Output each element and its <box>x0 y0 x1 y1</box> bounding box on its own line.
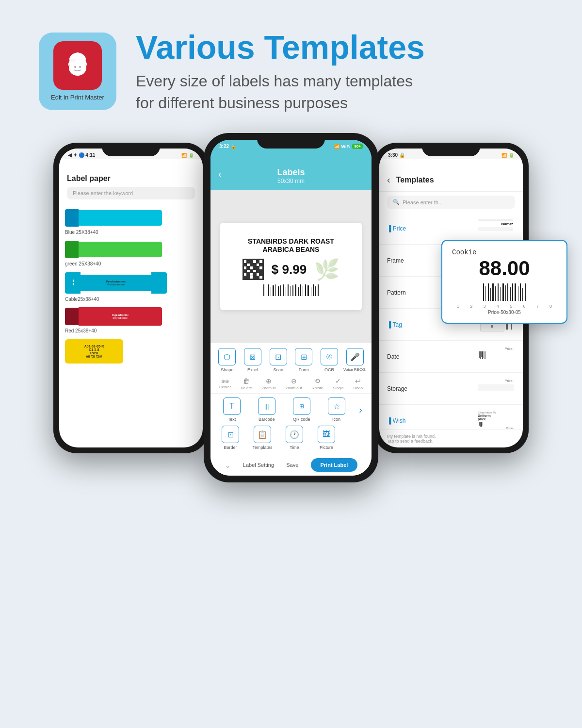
middle-header-sub: 50x30 mm <box>218 178 364 184</box>
label-name-cable: Cable25x38+40 <box>65 297 99 302</box>
category-label-date: Date <box>387 353 399 360</box>
icon-button[interactable]: ☆ Icon <box>324 397 349 422</box>
list-item[interactable]: Storage Price- <box>379 373 523 405</box>
price-tag-popup: Cookie 88.00 <box>441 240 567 324</box>
middle-status-icons: 📶WiFi80+ <box>334 144 363 149</box>
ocr-button[interactable]: Ⓐ OCR <box>317 348 341 372</box>
toolbar-row-3: T Text ||| Barcode ⊞ QR code ☆ <box>210 394 372 424</box>
scan-button[interactable]: ⊡ Scan <box>266 348 291 372</box>
label-name-green: green 25X38+40 <box>65 261 101 266</box>
list-item[interactable]: green 25X38+40 <box>65 241 197 266</box>
category-label-pattern: Pattern <box>387 289 406 296</box>
search-icon: 🔍 <box>393 199 400 205</box>
wish-thumbnail: Examintion Pc Uniformprice Price- <box>476 410 515 430</box>
right-phone: 3:30 🔒 📶🔋 ‹ Templates 🔍 Please enter th.… <box>373 143 529 453</box>
delete-button[interactable]: 🗑Delete <box>241 377 252 390</box>
middle-phone: 3:22 🔒 📶WiFi80+ ‹ Labels 50x30 mm STANBI… <box>204 133 378 482</box>
label-setting-button[interactable]: Label Setting <box>243 462 274 468</box>
app-icon-label: Edit in Print Master <box>51 94 104 102</box>
rotate-button[interactable]: ⟲Rotate <box>312 377 323 390</box>
zoom-in-button[interactable]: ⊕Zoom in <box>262 377 276 390</box>
form-button[interactable]: ⊞ Form <box>291 348 316 372</box>
header-title: Various Templates <box>136 29 543 66</box>
label-name-red: Red 25x38+40 <box>65 328 97 333</box>
label-qr-code <box>242 259 264 280</box>
label-card: STANBIRDS DARK ROASTARABICA BEANS <box>220 223 362 310</box>
bottom-toolbar: ⌄ Label Setting Save Print Label <box>210 454 372 476</box>
left-time: ◀ ✦ 🔵 4:11 <box>68 152 95 158</box>
time-button[interactable]: 🕐 Time <box>282 426 307 450</box>
more-button[interactable]: › <box>359 397 362 422</box>
left-phone-screen: ◀ ✦ 🔵 4:11 📶🔋 Label paper Please enter t… <box>59 149 203 447</box>
cookie-label: Cookie <box>452 248 557 256</box>
middle-phone-screen: 3:22 🔒 📶WiFi80+ ‹ Labels 50x30 mm STANBI… <box>210 140 372 476</box>
bottom-feedback: My template is not found.Tap to send a f… <box>379 430 523 447</box>
left-status-icons: 📶🔋 <box>181 153 194 158</box>
category-label-price: ▐ Price <box>387 225 406 232</box>
search-placeholder: Please enter th... <box>403 199 443 205</box>
picture-button[interactable]: 🖼 Picture <box>314 426 339 450</box>
border-button[interactable]: ⊡ Border <box>218 426 242 450</box>
middle-header-title: Labels <box>218 167 364 178</box>
label-preview-area: STANBIRDS DARK ROASTARABICA BEANS <box>210 190 372 343</box>
voice-button[interactable]: 🎤 Voice RECG. <box>343 348 367 372</box>
phones-section: ◀ ✦ 🔵 4:11 📶🔋 Label paper Please enter t… <box>0 143 582 482</box>
left-phone: ◀ ✦ 🔵 4:11 📶🔋 Label paper Please enter t… <box>53 143 209 453</box>
category-label-wish: ▐ Wish <box>387 417 406 424</box>
mushroom-icon <box>61 49 95 83</box>
header-section: Edit in Print Master Various Templates E… <box>0 0 582 133</box>
text-button[interactable]: T Text <box>220 397 244 422</box>
list-item[interactable]: Ingredients: Ingredients: Red 25x38+40 <box>65 308 197 333</box>
svg-point-4 <box>74 66 76 68</box>
middle-time: 3:22 🔒 <box>219 144 236 149</box>
price-amount: 88.00 <box>452 258 557 279</box>
app-icon[interactable]: Edit in Print Master <box>39 33 116 110</box>
left-phone-title: Label paper <box>67 174 195 183</box>
label-product-name: STANBIRDS DARK ROASTARABICA BEANS <box>248 237 334 254</box>
toolbar-secondary: ⊕⊕Center 🗑Delete ⊕Zoom in ⊖Zoom out ⟲Rot… <box>210 375 372 394</box>
date-thumbnail: Price- <box>476 346 515 367</box>
price-tag-id: Price-50x30-05 <box>452 310 557 315</box>
right-search-box[interactable]: 🔍 Please enter th... <box>387 196 515 209</box>
print-label-button[interactable]: Print Label <box>311 458 358 472</box>
right-header: ‹ Templates <box>379 159 523 192</box>
header-text: Various Templates Every size of labels h… <box>136 29 543 114</box>
left-search-box[interactable]: Please enter the keyword <box>67 187 195 199</box>
excel-button[interactable]: ⊠ Excel <box>241 348 265 372</box>
list-item[interactable]: A01-01-05-R C1-5-8 B-5-1 A01-01-0V <box>65 339 197 364</box>
list-item[interactable]: Date Price- <box>379 341 523 373</box>
collapse-button[interactable]: ⌄ <box>225 461 231 470</box>
shape-button[interactable]: ⬡ Shape <box>215 348 239 372</box>
header-subtitle: Every size of labels has many templates … <box>136 70 543 114</box>
list-item[interactable]: ▐ Wish Examintion Pc Uniformprice <box>379 405 523 430</box>
left-label-list: Blue 25X38+40 green 25X38+40 <box>59 205 203 367</box>
save-button[interactable]: Save <box>286 462 298 468</box>
price-thumbnail: Name: ··· <box>476 217 515 239</box>
right-time: 3:30 🔒 <box>388 152 405 158</box>
barcode-button[interactable]: ||| Barcode <box>255 397 279 422</box>
toolbar-area: ⬡ Shape ⊠ Excel ⊡ Scan ⊞ <box>210 343 372 476</box>
category-label-tag: ▐ Tag <box>387 321 402 328</box>
list-item[interactable]: ▮▮ Productname: ·Productname· Cable25x38… <box>65 272 197 302</box>
barcode-numbers: 12345670 <box>452 304 557 309</box>
toolbar-row-4: ⊡ Border 📋 Templates 🕐 Time 🖼 <box>210 424 372 454</box>
category-label-storage: Storage <box>387 385 407 392</box>
toolbar-row-1: ⬡ Shape ⊠ Excel ⊡ Scan ⊞ <box>210 343 372 375</box>
storage-thumbnail: Price- <box>476 378 515 399</box>
undo-button[interactable]: ↩Undo <box>354 377 363 390</box>
svg-point-5 <box>79 66 81 68</box>
zoom-out-button[interactable]: ⊖Zoom out <box>286 377 302 390</box>
qr-button[interactable]: ⊞ QR code <box>290 397 314 422</box>
leaf-decor: 🌿 <box>314 258 340 281</box>
right-back-button[interactable]: ‹ <box>387 174 390 185</box>
list-item[interactable]: Blue 25X38+40 <box>65 209 197 235</box>
label-barcode <box>263 284 319 296</box>
category-label-frame: Frame <box>387 257 404 264</box>
right-header-title: Templates <box>396 176 434 184</box>
templates-button[interactable]: 📋 Templates <box>250 426 275 450</box>
label-name-blue: Blue 25X38+40 <box>65 230 98 235</box>
label-price: $ 9.99 <box>272 262 307 277</box>
right-status-icons: 📶🔋 <box>501 153 514 158</box>
center-button[interactable]: ⊕⊕Center <box>219 379 231 389</box>
single-button[interactable]: ✓Single <box>333 377 343 390</box>
